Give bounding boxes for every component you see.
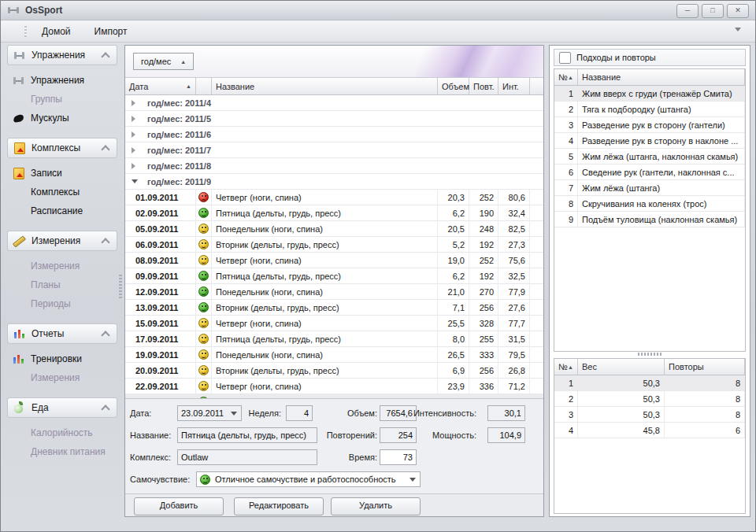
sidebar-item[interactable]: Группы bbox=[7, 91, 117, 106]
sidebar-header-exercises[interactable]: Упражнения bbox=[7, 45, 117, 65]
time-field[interactable]: 73 bbox=[380, 449, 417, 465]
chevron-up-icon[interactable] bbox=[101, 331, 109, 339]
exercise-row[interactable]: 2 Тяга к подбородку (штанга) bbox=[554, 102, 745, 117]
sidebar-header-complexes[interactable]: Комплексы bbox=[7, 138, 117, 158]
column-header-reps[interactable]: Повт. bbox=[469, 78, 498, 94]
menu-item-import[interactable]: Импорт bbox=[86, 24, 136, 39]
exercise-row[interactable]: 9 Подъём туловища (наклонная скамья) bbox=[554, 212, 745, 227]
time-label: Время: bbox=[314, 449, 377, 465]
sidebar-item[interactable]: Планы bbox=[7, 277, 117, 292]
sidebar-header-reports[interactable]: Отчеты bbox=[7, 323, 117, 344]
power-field[interactable]: 104,9 bbox=[487, 427, 525, 443]
group-row[interactable]: год/мес: 2011/4 bbox=[125, 95, 543, 111]
workout-row[interactable]: 02.09.2011 Пятница (дельты, грудь, пресс… bbox=[125, 205, 543, 221]
group-by-chip[interactable]: год/мес ▲ bbox=[133, 53, 194, 70]
complex-field[interactable]: Outlaw bbox=[177, 449, 317, 465]
column-header-weight[interactable]: Вес bbox=[578, 359, 665, 375]
sidebar-item[interactable]: Калорийность bbox=[7, 425, 117, 440]
sidebar-header-measurements[interactable]: Измерения bbox=[7, 231, 117, 251]
week-field[interactable]: 4 bbox=[286, 405, 313, 421]
workout-row[interactable]: 12.09.2011 Понедельник (ноги, спина) 21,… bbox=[125, 284, 543, 300]
sidebar-item[interactable]: Измерения bbox=[7, 258, 117, 273]
maximize-button[interactable]: □ bbox=[702, 4, 724, 18]
chevron-up-icon[interactable] bbox=[101, 145, 109, 153]
sidebar-item[interactable]: Дневник питания bbox=[7, 444, 117, 459]
close-button[interactable]: ✕ bbox=[727, 4, 749, 18]
exercise-row[interactable]: 8 Скручивания на коленях (трос) bbox=[554, 196, 745, 212]
tables-splitter[interactable] bbox=[638, 353, 662, 356]
edit-button[interactable]: Редактировать bbox=[234, 497, 324, 515]
sidebar-item[interactable]: Упражнения bbox=[7, 72, 117, 87]
sidebar-item[interactable]: Комплексы bbox=[7, 184, 117, 199]
sidebar-item[interactable]: Измерения bbox=[7, 370, 117, 385]
expand-triangle-icon[interactable] bbox=[132, 163, 141, 169]
group-row[interactable]: год/мес: 2011/6 bbox=[125, 127, 543, 142]
workout-row[interactable]: 01.09.2011 Четверг (ноги, спина) 20,3 25… bbox=[125, 190, 543, 205]
exercise-row[interactable]: 1 Жим вверх с груди (тренажёр Смита) bbox=[554, 86, 745, 102]
expand-triangle-icon[interactable] bbox=[132, 100, 141, 106]
exercise-row[interactable]: 7 Жим лёжа (штанга) bbox=[554, 180, 745, 196]
group-row[interactable]: год/мес: 2011/5 bbox=[125, 111, 543, 127]
sets-reps-toggle[interactable]: Подходы и повторы bbox=[554, 49, 746, 66]
group-row[interactable]: год/мес: 2011/8 bbox=[125, 158, 543, 174]
workout-row[interactable]: 13.09.2011 Вторник (дельты, грудь, пресс… bbox=[125, 300, 543, 316]
name-field[interactable]: Пятница (дельты, грудь, пресс) bbox=[177, 427, 317, 443]
mood-dropdown[interactable]: Отличное самочуствие и работоспособность bbox=[196, 471, 421, 487]
exercise-row[interactable]: 6 Сведение рук (гантели, наклонная с... bbox=[554, 164, 745, 180]
workout-row[interactable]: 15.09.2011 Четверг (ноги, спина) 25,5 32… bbox=[125, 316, 543, 331]
column-header-volume[interactable]: Объем bbox=[438, 78, 469, 94]
chevron-up-icon[interactable] bbox=[101, 405, 109, 413]
menu-item-home[interactable]: Домой bbox=[33, 24, 80, 39]
workout-row[interactable]: 09.09.2011 Пятница (дельты, грудь, пресс… bbox=[125, 268, 543, 284]
workout-row[interactable]: 20.09.2011 Вторник (дельты, грудь, пресс… bbox=[125, 363, 543, 379]
set-row[interactable]: 4 45,8 6 bbox=[554, 423, 745, 438]
set-row[interactable]: 1 50,3 8 bbox=[554, 375, 745, 391]
delete-button[interactable]: Удалить bbox=[331, 497, 421, 515]
sidebar-splitter[interactable] bbox=[119, 275, 122, 298]
expand-triangle-icon[interactable] bbox=[132, 116, 141, 122]
group-row[interactable]: год/мес: 2011/9 bbox=[125, 174, 543, 190]
column-header-name[interactable]: Название bbox=[578, 69, 745, 85]
expand-triangle-icon[interactable] bbox=[132, 147, 141, 153]
exercise-row[interactable]: 3 Разведение рук в сторону (гантели) bbox=[554, 117, 745, 133]
set-row[interactable]: 3 50,3 8 bbox=[554, 407, 745, 423]
sidebar-item[interactable]: Периоды bbox=[7, 296, 117, 311]
sidebar-item[interactable]: Расписание bbox=[7, 203, 117, 218]
sidebar-item[interactable]: Записи bbox=[7, 165, 117, 180]
expand-triangle-icon[interactable] bbox=[132, 179, 141, 183]
sidebar-item-icon bbox=[12, 427, 26, 439]
workout-row[interactable]: 06.09.2011 Вторник (дельты, грудь, пресс… bbox=[125, 237, 543, 253]
minimize-button[interactable]: ─ bbox=[676, 4, 699, 18]
group-row[interactable]: год/мес: 2011/7 bbox=[125, 142, 543, 158]
set-row[interactable]: 2 50,3 8 bbox=[554, 391, 745, 407]
checkbox-icon[interactable] bbox=[559, 52, 571, 64]
workout-row[interactable]: 17.09.2011 Пятница (дельты, грудь, пресс… bbox=[125, 331, 543, 347]
sidebar-header-food[interactable]: Еда bbox=[7, 397, 117, 418]
column-header-num[interactable]: № ▲ bbox=[554, 359, 578, 375]
sets-reps-label: Подходы и повторы bbox=[576, 53, 656, 62]
toolbar-grip-icon[interactable] bbox=[24, 26, 27, 37]
column-header-mood[interactable] bbox=[196, 78, 212, 94]
column-header-reps[interactable]: Повторы bbox=[665, 359, 745, 375]
sidebar-item[interactable]: Мускулы bbox=[7, 110, 117, 125]
add-button[interactable]: Добавить bbox=[134, 497, 224, 515]
exercise-row[interactable]: 5 Жим лёжа (штанга, наклонная скамья) bbox=[554, 149, 745, 164]
toolbar-overflow-icon[interactable] bbox=[735, 28, 741, 31]
workout-row[interactable]: 05.09.2011 Понедельник (ноги, спина) 20,… bbox=[125, 221, 543, 237]
workout-row[interactable]: 08.09.2011 Четверг (ноги, спина) 19,0 25… bbox=[125, 253, 543, 268]
expand-triangle-icon[interactable] bbox=[132, 131, 141, 138]
column-header-num[interactable]: № ▲ bbox=[554, 69, 578, 85]
sidebar-item[interactable]: Тренировки bbox=[7, 351, 117, 366]
chevron-up-icon[interactable] bbox=[101, 52, 109, 61]
column-header-intensity[interactable]: Инт. bbox=[498, 78, 530, 94]
column-header-date[interactable]: Дата ▲ bbox=[125, 78, 196, 94]
column-header-name[interactable]: Название bbox=[212, 78, 438, 94]
workout-row[interactable]: 22.09.2011 Четверг (ноги, спина) 23,9 33… bbox=[125, 379, 543, 394]
chevron-up-icon[interactable] bbox=[101, 238, 109, 246]
intensity-field[interactable]: 30,1 bbox=[487, 405, 525, 421]
sidebar-item-label: Расписание bbox=[31, 205, 83, 216]
date-dropdown[interactable]: 23.09.2011 bbox=[177, 405, 242, 421]
title-bar[interactable]: OsSport ─ □ ✕ bbox=[1, 1, 755, 20]
exercise-row[interactable]: 4 Разведение рук в сторону в наклоне ... bbox=[554, 133, 745, 149]
workout-row[interactable]: 19.09.2011 Понедельник (ноги, спина) 26,… bbox=[125, 347, 543, 363]
